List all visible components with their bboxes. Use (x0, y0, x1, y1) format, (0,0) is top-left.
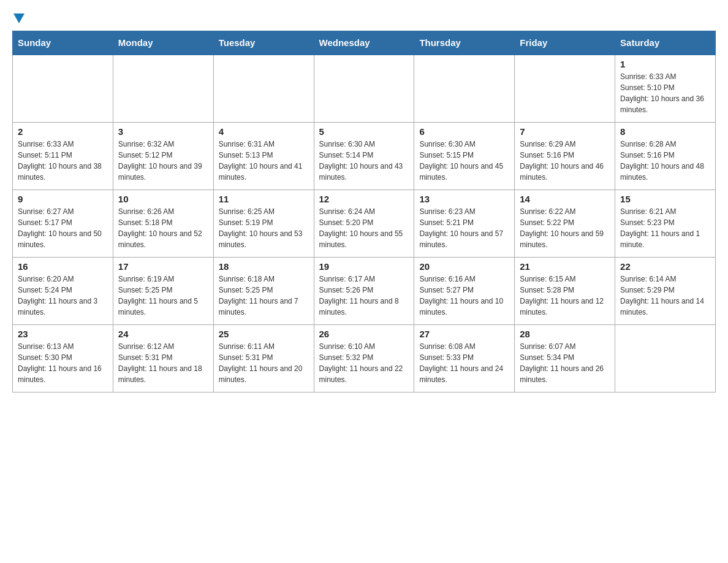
calendar-cell (515, 55, 615, 122)
calendar-cell: 9Sunrise: 6:27 AMSunset: 5:17 PMDaylight… (13, 190, 113, 257)
calendar-cell (13, 55, 113, 122)
calendar-cell: 11Sunrise: 6:25 AMSunset: 5:19 PMDayligh… (213, 190, 314, 257)
day-number: 2 (18, 126, 108, 137)
calendar-header-tuesday: Tuesday (213, 31, 314, 55)
calendar-cell (615, 324, 716, 392)
calendar-cell: 17Sunrise: 6:19 AMSunset: 5:25 PMDayligh… (113, 257, 213, 324)
day-info: Sunrise: 6:12 AMSunset: 5:31 PMDaylight:… (118, 341, 208, 385)
day-info: Sunrise: 6:33 AMSunset: 5:11 PMDaylight:… (18, 139, 108, 183)
day-number: 11 (219, 194, 309, 204)
calendar-cell: 20Sunrise: 6:16 AMSunset: 5:27 PMDayligh… (414, 257, 515, 324)
day-info: Sunrise: 6:27 AMSunset: 5:17 PMDaylight:… (18, 206, 108, 250)
day-number: 8 (620, 126, 710, 137)
calendar-cell (314, 55, 414, 122)
calendar-header-saturday: Saturday (615, 31, 716, 55)
day-number: 23 (18, 329, 108, 339)
day-info: Sunrise: 6:24 AMSunset: 5:20 PMDaylight:… (319, 206, 409, 250)
day-number: 7 (520, 126, 610, 137)
calendar-cell: 2Sunrise: 6:33 AMSunset: 5:11 PMDaylight… (13, 122, 113, 190)
day-number: 13 (419, 194, 509, 204)
day-info: Sunrise: 6:25 AMSunset: 5:19 PMDaylight:… (219, 206, 309, 250)
calendar-cell: 27Sunrise: 6:08 AMSunset: 5:33 PMDayligh… (414, 324, 515, 392)
calendar-header-monday: Monday (113, 31, 213, 55)
calendar-cell: 15Sunrise: 6:21 AMSunset: 5:23 PMDayligh… (615, 190, 716, 257)
day-info: Sunrise: 6:13 AMSunset: 5:30 PMDaylight:… (18, 341, 108, 385)
day-number: 21 (520, 261, 610, 272)
day-number: 6 (419, 126, 509, 137)
day-info: Sunrise: 6:29 AMSunset: 5:16 PMDaylight:… (520, 139, 610, 183)
day-info: Sunrise: 6:08 AMSunset: 5:33 PMDaylight:… (419, 341, 509, 385)
calendar-week-4: 16Sunrise: 6:20 AMSunset: 5:24 PMDayligh… (13, 257, 716, 324)
day-number: 25 (219, 329, 309, 339)
day-number: 26 (319, 329, 409, 339)
day-info: Sunrise: 6:30 AMSunset: 5:15 PMDaylight:… (419, 139, 509, 183)
calendar-cell: 3Sunrise: 6:32 AMSunset: 5:12 PMDaylight… (113, 122, 213, 190)
day-info: Sunrise: 6:20 AMSunset: 5:24 PMDaylight:… (18, 274, 108, 318)
day-info: Sunrise: 6:33 AMSunset: 5:10 PMDaylight:… (620, 71, 710, 115)
calendar-cell: 23Sunrise: 6:13 AMSunset: 5:30 PMDayligh… (13, 324, 113, 392)
calendar-cell: 13Sunrise: 6:23 AMSunset: 5:21 PMDayligh… (414, 190, 515, 257)
day-info: Sunrise: 6:11 AMSunset: 5:31 PMDaylight:… (219, 341, 309, 385)
calendar-cell: 7Sunrise: 6:29 AMSunset: 5:16 PMDaylight… (515, 122, 615, 190)
day-info: Sunrise: 6:26 AMSunset: 5:18 PMDaylight:… (118, 206, 208, 250)
calendar-cell: 12Sunrise: 6:24 AMSunset: 5:20 PMDayligh… (314, 190, 414, 257)
day-number: 10 (118, 194, 208, 204)
day-number: 19 (319, 261, 409, 272)
day-number: 12 (319, 194, 409, 204)
day-info: Sunrise: 6:21 AMSunset: 5:23 PMDaylight:… (620, 206, 710, 250)
calendar-cell: 5Sunrise: 6:30 AMSunset: 5:14 PMDaylight… (314, 122, 414, 190)
calendar-table: SundayMondayTuesdayWednesdayThursdayFrid… (12, 31, 716, 393)
calendar-cell: 4Sunrise: 6:31 AMSunset: 5:13 PMDaylight… (213, 122, 314, 190)
page-header (12, 12, 716, 25)
calendar-cell: 25Sunrise: 6:11 AMSunset: 5:31 PMDayligh… (213, 324, 314, 392)
day-number: 28 (520, 329, 610, 339)
day-info: Sunrise: 6:16 AMSunset: 5:27 PMDaylight:… (419, 274, 509, 318)
day-info: Sunrise: 6:30 AMSunset: 5:14 PMDaylight:… (319, 139, 409, 183)
day-number: 9 (18, 194, 108, 204)
svg-marker-0 (13, 13, 25, 23)
calendar-cell: 8Sunrise: 6:28 AMSunset: 5:16 PMDaylight… (615, 122, 716, 190)
day-number: 22 (620, 261, 710, 272)
calendar-header-thursday: Thursday (414, 31, 515, 55)
calendar-cell: 18Sunrise: 6:18 AMSunset: 5:25 PMDayligh… (213, 257, 314, 324)
calendar-cell: 16Sunrise: 6:20 AMSunset: 5:24 PMDayligh… (13, 257, 113, 324)
day-number: 5 (319, 126, 409, 137)
calendar-cell: 14Sunrise: 6:22 AMSunset: 5:22 PMDayligh… (515, 190, 615, 257)
calendar-cell (213, 55, 314, 122)
day-info: Sunrise: 6:14 AMSunset: 5:29 PMDaylight:… (620, 274, 710, 318)
day-info: Sunrise: 6:07 AMSunset: 5:34 PMDaylight:… (520, 341, 610, 385)
day-info: Sunrise: 6:22 AMSunset: 5:22 PMDaylight:… (520, 206, 610, 250)
calendar-cell: 26Sunrise: 6:10 AMSunset: 5:32 PMDayligh… (314, 324, 414, 392)
day-info: Sunrise: 6:31 AMSunset: 5:13 PMDaylight:… (219, 139, 309, 183)
day-number: 4 (219, 126, 309, 137)
day-info: Sunrise: 6:23 AMSunset: 5:21 PMDaylight:… (419, 206, 509, 250)
logo-triangle-icon (13, 13, 25, 25)
calendar-cell: 6Sunrise: 6:30 AMSunset: 5:15 PMDaylight… (414, 122, 515, 190)
day-info: Sunrise: 6:10 AMSunset: 5:32 PMDaylight:… (319, 341, 409, 385)
day-number: 16 (18, 261, 108, 272)
calendar-cell: 28Sunrise: 6:07 AMSunset: 5:34 PMDayligh… (515, 324, 615, 392)
calendar-week-1: 1Sunrise: 6:33 AMSunset: 5:10 PMDaylight… (13, 55, 716, 122)
day-number: 20 (419, 261, 509, 272)
calendar-header-wednesday: Wednesday (314, 31, 414, 55)
calendar-cell: 22Sunrise: 6:14 AMSunset: 5:29 PMDayligh… (615, 257, 716, 324)
day-info: Sunrise: 6:17 AMSunset: 5:26 PMDaylight:… (319, 274, 409, 318)
calendar-header-sunday: Sunday (13, 31, 113, 55)
calendar-cell: 19Sunrise: 6:17 AMSunset: 5:26 PMDayligh… (314, 257, 414, 324)
calendar-week-5: 23Sunrise: 6:13 AMSunset: 5:30 PMDayligh… (13, 324, 716, 392)
calendar-cell: 1Sunrise: 6:33 AMSunset: 5:10 PMDaylight… (615, 55, 716, 122)
calendar-header-friday: Friday (515, 31, 615, 55)
day-number: 17 (118, 261, 208, 272)
day-number: 27 (419, 329, 509, 339)
calendar-cell: 24Sunrise: 6:12 AMSunset: 5:31 PMDayligh… (113, 324, 213, 392)
day-info: Sunrise: 6:32 AMSunset: 5:12 PMDaylight:… (118, 139, 208, 183)
calendar-cell (414, 55, 515, 122)
day-number: 24 (118, 329, 208, 339)
day-info: Sunrise: 6:19 AMSunset: 5:25 PMDaylight:… (118, 274, 208, 318)
day-info: Sunrise: 6:18 AMSunset: 5:25 PMDaylight:… (219, 274, 309, 318)
calendar-week-3: 9Sunrise: 6:27 AMSunset: 5:17 PMDaylight… (13, 190, 716, 257)
day-number: 18 (219, 261, 309, 272)
calendar-cell (113, 55, 213, 122)
calendar-cell: 10Sunrise: 6:26 AMSunset: 5:18 PMDayligh… (113, 190, 213, 257)
calendar-week-2: 2Sunrise: 6:33 AMSunset: 5:11 PMDaylight… (13, 122, 716, 190)
